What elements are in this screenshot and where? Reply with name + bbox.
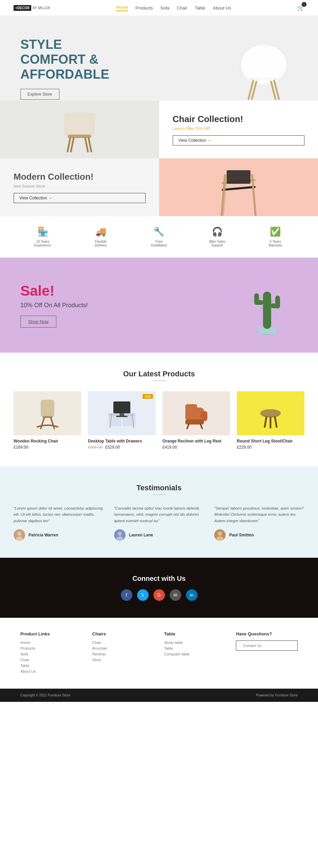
svg-line-11 — [71, 138, 74, 152]
modern-collection-heading: Modern Collection! — [14, 172, 146, 182]
testimonials-divider — [152, 494, 166, 495]
svg-rect-14 — [222, 186, 256, 191]
product-name-3: Orange Recliner with Leg Rest — [163, 439, 230, 443]
footer-link-chair[interactable]: Chair — [20, 658, 82, 662]
footer-product-links: Product Links Home Products Sofa Chair T… — [20, 631, 82, 675]
feature-support: 🎧 After Sales Support — [205, 226, 229, 247]
footer-table-heading: Table — [164, 631, 226, 636]
svg-rect-29 — [41, 400, 54, 417]
product-card-4[interactable]: Round Short Leg Stool/Chair £229.00 — [237, 391, 304, 450]
footer-table-link-2[interactable]: Table — [164, 646, 226, 650]
svg-rect-8 — [68, 135, 91, 138]
footer-link-products[interactable]: Products — [20, 646, 82, 650]
hero-title: STYLECOMFORT &AFFORDABLE — [20, 37, 109, 82]
svg-rect-39 — [119, 413, 124, 416]
hero-text: STYLECOMFORT &AFFORDABLE Explore Store — [20, 37, 109, 99]
shop-now-button[interactable]: Shop Now — [20, 316, 56, 328]
nav-chair[interactable]: Chair — [177, 5, 187, 11]
footer-link-sofa[interactable]: Sofa — [20, 652, 82, 656]
footer-chairs-heading: Chairs — [92, 631, 154, 636]
footer-contact-heading: Have Questions? — [236, 631, 298, 636]
svg-line-9 — [68, 138, 70, 152]
modern-collection-sub: New Season Stock — [14, 184, 146, 188]
cart-badge: 1 — [302, 2, 306, 7]
footer-chair-link-1[interactable]: Chair — [92, 640, 154, 645]
footer-chair-link-2[interactable]: Armchair — [92, 646, 154, 650]
products-grid: Wooden Rocking Chair £169.00 sale — [14, 391, 304, 450]
footer-product-heading: Product Links — [20, 631, 82, 636]
svg-point-59 — [218, 532, 222, 536]
facebook-icon[interactable]: f — [121, 589, 132, 601]
product-card-2[interactable]: sale Desktop Table with Drawers £565.00 … — [88, 391, 155, 450]
footer-table-link-1[interactable]: Study table — [164, 640, 226, 645]
product-card-1[interactable]: Wooden Rocking Chair £169.00 — [14, 391, 81, 450]
product-name-4: Round Short Leg Stool/Chair — [237, 439, 304, 443]
twitter-icon[interactable]: 𝕏 — [137, 589, 149, 601]
svg-rect-18 — [227, 170, 250, 184]
logo-subtext: BY MILLER — [33, 6, 50, 10]
testimonial-1: "Lorem ipsum dolor sit amet, consectetur… — [14, 505, 104, 541]
sale-heading: Sale! — [20, 283, 88, 299]
logo: +DECOR BY MILLER — [14, 5, 50, 11]
linkedin-icon[interactable]: in — [186, 589, 198, 601]
svg-line-32 — [51, 418, 54, 429]
product-price-3: £419.00 — [163, 445, 230, 450]
footer-link-about[interactable]: About Us — [20, 669, 82, 673]
footer-link-home[interactable]: Home — [20, 640, 82, 645]
sale-sub: 10% Off On All Products! — [20, 302, 88, 309]
nav-about[interactable]: About Us — [213, 5, 231, 11]
hero-chair-image — [230, 36, 298, 101]
footer-chair-link-3[interactable]: Recliner — [92, 652, 154, 656]
email-icon[interactable]: ✉ — [170, 589, 181, 601]
svg-line-45 — [201, 425, 202, 429]
products-divider — [152, 380, 166, 381]
svg-line-12 — [85, 138, 88, 152]
feature-delivery: 🚚 Flexible Delivery — [89, 226, 113, 247]
footer-powered: Powered by Furniture Store — [256, 693, 298, 697]
svg-point-53 — [17, 532, 21, 536]
nav-home[interactable]: Home — [116, 5, 128, 11]
avatar-1 — [14, 529, 25, 541]
nav-sofa[interactable]: Sofa — [160, 5, 169, 11]
testimonial-text-2: "Convallis lacinia optio! Hac morbi labo… — [114, 505, 204, 524]
svg-rect-23 — [254, 293, 259, 304]
product-image-4 — [237, 391, 304, 435]
nav-table[interactable]: Table — [195, 5, 205, 11]
chair-collection-button[interactable]: View Collection → — [173, 135, 305, 145]
warranty-icon: ✅ — [270, 226, 281, 237]
svg-line-49 — [275, 417, 277, 427]
modern-collection-button[interactable]: View Collection → — [14, 193, 146, 203]
testimonial-author-1: Patricia Warren — [14, 529, 104, 541]
product-card-3[interactable]: Orange Recliner with Leg Rest £419.00 — [163, 391, 230, 450]
google-plus-icon[interactable]: G — [153, 589, 165, 601]
footer-main: Product Links Home Products Sofa Chair T… — [0, 618, 318, 689]
avatar-3 — [214, 529, 226, 541]
svg-point-56 — [118, 532, 122, 536]
footer-link-table[interactable]: Table — [20, 664, 82, 668]
product-price-2: £565.00 £529.00 — [88, 445, 155, 450]
footer-chair-link-4[interactable]: Stool — [92, 658, 154, 662]
product-price-4: £229.00 — [237, 445, 304, 450]
footer-table-link-3[interactable]: Computer table — [164, 652, 226, 656]
cart-button[interactable]: 🛒 1 — [297, 4, 304, 12]
testimonial-author-3: Paul Smitten — [214, 529, 304, 541]
product-name-1: Wooden Rocking Chair — [14, 439, 81, 443]
installation-icon: 🔧 — [153, 226, 164, 237]
testimonials-grid: "Lorem ipsum dolor sit amet, consectetur… — [14, 505, 304, 541]
contact-us-button[interactable]: Contact Us — [236, 640, 298, 651]
product-name-2: Desktop Table with Drawers — [88, 439, 155, 443]
cactus-image — [237, 275, 298, 336]
chair-collection-heading: Chair Collection! — [173, 114, 305, 124]
svg-rect-7 — [64, 113, 95, 136]
svg-rect-25 — [275, 296, 280, 309]
nav-products[interactable]: Products — [135, 5, 153, 11]
svg-line-44 — [187, 425, 189, 429]
footer-copyright: Copyright © 2021 Furniture Store — [20, 693, 70, 697]
explore-store-button[interactable]: Explore Store — [20, 89, 59, 100]
support-label: After Sales Support — [205, 240, 229, 247]
svg-line-10 — [89, 138, 91, 152]
footer-chairs: Chairs Chair Armchair Recliner Stool — [92, 631, 154, 675]
warranty-label: 5 Years Warranty — [263, 240, 287, 247]
experience-icon: 🏪 — [37, 226, 48, 237]
features-section: 🏪 10 Years Experience 🚚 Flexible Deliver… — [0, 216, 318, 258]
